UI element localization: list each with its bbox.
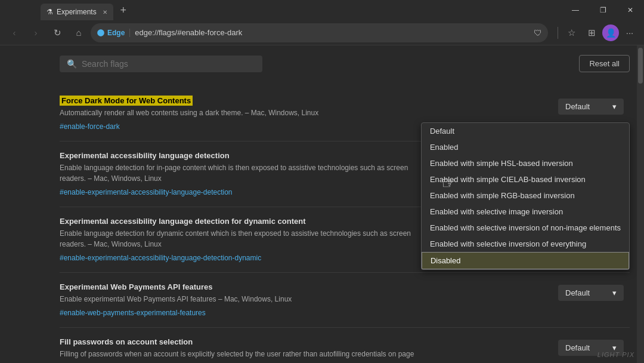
flag-control: Default ▾ Default Enabled Enabled with s…: [558, 99, 630, 115]
dropdown-option-selective-image[interactable]: Enabled with selective image inversion: [422, 204, 629, 220]
chevron-down-icon-4: ▾: [612, 288, 617, 297]
flag-info-3: Experimental accessibility language dete…: [60, 217, 429, 263]
dropdown-menu: Default Enabled Enabled with simple HSL-…: [421, 122, 630, 270]
flag-link-2[interactable]: #enable-experimental-accessibility-langu…: [60, 188, 233, 196]
search-bar-row: 🔍 Reset all: [0, 45, 644, 82]
flag-item-fill-passwords: Fill passwords on account selection Fill…: [60, 328, 630, 359]
more-button[interactable]: ···: [620, 23, 639, 42]
flag-dropdown-button-4[interactable]: Default ▾: [558, 285, 624, 301]
scrollbar-thumb[interactable]: [638, 48, 643, 84]
watermark: LIGHT PIX: [597, 351, 634, 358]
close-button[interactable]: ✕: [617, 0, 644, 20]
flag-item-web-payments: Experimental Web Payments API features E…: [60, 273, 630, 328]
flag-title-2: Experimental accessibility language dete…: [60, 151, 429, 160]
collections-button[interactable]: ⊞: [582, 23, 601, 42]
flag-title: Force Dark Mode for Web Contents: [60, 96, 429, 105]
flag-title-4: Experimental Web Payments API features: [60, 282, 429, 291]
dropdown-value: Default: [565, 102, 590, 111]
flag-dropdown-button[interactable]: Default ▾: [558, 99, 624, 115]
back-button[interactable]: ‹: [5, 23, 24, 42]
flag-title-3: Experimental accessibility language dete…: [60, 217, 429, 226]
titlebar: ⚗ Experiments ✕ + — ❐ ✕: [0, 0, 644, 20]
address-bar[interactable]: Edge edge://flags/#enable-force-dark 🛡: [91, 23, 548, 42]
profile-button[interactable]: 👤: [602, 24, 619, 41]
navbar: ‹ › ↻ ⌂ Edge edge://flags/#enable-force-…: [0, 20, 644, 45]
tab-favicon-icon: ⚗: [47, 8, 53, 16]
dropdown-option-rgb[interactable]: Enabled with simple RGB-based inversion: [422, 187, 629, 204]
edge-logo: Edge: [97, 29, 130, 37]
flag-info: Force Dark Mode for Web Contents Automat…: [60, 96, 429, 131]
flag-info-4: Experimental Web Payments API features E…: [60, 282, 429, 318]
dropdown-option-everything[interactable]: Enabled with selective inversion of ever…: [422, 236, 629, 252]
tab-bar: ⚗ Experiments ✕ +: [5, 0, 562, 20]
new-tab-button[interactable]: +: [116, 2, 131, 18]
tab-experiments[interactable]: ⚗ Experiments ✕: [41, 4, 113, 20]
home-button[interactable]: ⌂: [69, 23, 88, 42]
flag-link[interactable]: #enable-force-dark: [60, 122, 120, 131]
dropdown-option-hsl[interactable]: Enabled with simple HSL-based inversion: [422, 155, 629, 171]
toolbar-icons: ☆ ⊞ 👤 ···: [555, 23, 639, 42]
window-controls: — ❐ ✕: [562, 0, 644, 20]
flag-desc: Automatically render all web contents us…: [60, 107, 429, 118]
shield-icon: 🛡: [534, 28, 542, 38]
dropdown-option-disabled[interactable]: Disabled: [422, 252, 629, 269]
refresh-button[interactable]: ↻: [48, 23, 67, 42]
tab-label: Experiments: [57, 8, 97, 16]
favorites-button[interactable]: ☆: [562, 23, 581, 42]
search-icon: 🔍: [67, 59, 77, 69]
search-input-wrap: 🔍: [60, 56, 262, 72]
flag-desc-3: Enable language detection for dynamic co…: [60, 228, 429, 250]
flag-title-highlighted: Force Dark Mode for Web Contents: [60, 96, 193, 106]
flags-list: Force Dark Mode for Web Contents Automat…: [0, 82, 644, 359]
flag-title-5: Fill passwords on account selection: [60, 337, 429, 346]
chevron-down-icon: ▾: [612, 102, 617, 111]
main-content: 🔍 Reset all Force Dark Mode for Web Cont…: [0, 45, 644, 363]
flag-control-4: Default ▾: [558, 285, 630, 301]
address-text: edge://flags/#enable-force-dark: [135, 28, 529, 37]
scrollbar-track[interactable]: [637, 45, 644, 363]
tab-close-button[interactable]: ✕: [103, 9, 107, 16]
flag-info-2: Experimental accessibility language dete…: [60, 151, 429, 197]
dropdown-option-default[interactable]: Default: [422, 123, 629, 139]
flag-desc-5: Filling of passwords when an account is …: [60, 349, 429, 359]
flag-desc-4: Enable experimental Web Payments API fea…: [60, 294, 429, 304]
flag-link-4[interactable]: #enable-web-payments-experimental-featur…: [60, 309, 206, 317]
flag-desc-2: Enable language detection for in-page co…: [60, 162, 429, 184]
reset-all-button[interactable]: Reset all: [579, 55, 630, 72]
dropdown-value-4: Default: [565, 288, 590, 297]
forward-button[interactable]: ›: [26, 23, 45, 42]
edge-label: Edge: [107, 29, 125, 37]
flag-link-3[interactable]: #enable-experimental-accessibility-langu…: [60, 254, 261, 262]
maximize-button[interactable]: ❐: [589, 0, 617, 20]
search-input[interactable]: [82, 59, 255, 69]
content-area: 🔍 Reset all Force Dark Mode for Web Cont…: [0, 45, 644, 363]
dropdown-option-non-image[interactable]: Enabled with selective inversion of non-…: [422, 220, 629, 236]
dropdown-option-cielab[interactable]: Enabled with simple CIELAB-based inversi…: [422, 171, 629, 187]
flag-item-force-dark: Force Dark Mode for Web Contents Automat…: [60, 87, 630, 141]
minimize-button[interactable]: —: [562, 0, 589, 20]
address-icons: 🛡: [534, 28, 542, 38]
dropdown-option-enabled[interactable]: Enabled: [422, 139, 629, 155]
flag-info-5: Fill passwords on account selection Fill…: [60, 337, 429, 359]
toolbar-divider: [558, 27, 558, 39]
dropdown-value-5: Default: [565, 343, 590, 352]
